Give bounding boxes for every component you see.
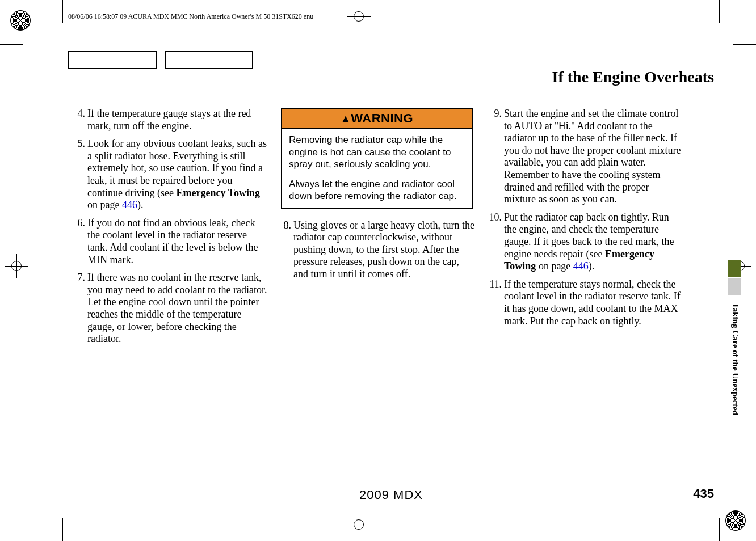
crop-mark-icon <box>733 509 756 509</box>
registration-mark-icon <box>354 519 364 530</box>
page-number: 435 <box>693 487 714 501</box>
header-placeholder-box <box>68 51 157 69</box>
step-7: 7. If there was no coolant in the reserv… <box>73 272 269 345</box>
warning-text: Removing the radiator cap while the engi… <box>289 134 465 170</box>
step-text: Put the radiator cap back on tightly. Ru… <box>504 212 681 273</box>
step-number: 6. <box>73 217 87 266</box>
warning-body: Removing the radiator cap while the engi… <box>282 128 472 208</box>
step-number: 9. <box>485 108 504 206</box>
step-text: Start the engine and set the climate con… <box>504 108 681 206</box>
step-6: 6. If you do not find an obvious leak, c… <box>73 217 269 266</box>
page-link[interactable]: 446 <box>122 199 137 210</box>
step-text: If there was no coolant in the reserve t… <box>87 272 269 345</box>
section-tab <box>728 260 741 277</box>
page-frame: If the Engine Overheats 4. If the temper… <box>68 51 714 501</box>
step-11: 11. If the temperature stays normal, che… <box>485 278 681 327</box>
step-8: 8. Using gloves or a large heavy cloth, … <box>279 219 475 281</box>
page-link[interactable]: 446 <box>573 260 589 272</box>
crop-mark-icon <box>62 0 63 23</box>
header-placeholder-box <box>165 51 253 69</box>
step-number: 10. <box>485 212 504 273</box>
section-tab-shadow <box>728 278 741 295</box>
content-columns: 4. If the temperature gauge stays at the… <box>68 108 714 434</box>
crop-mark-icon <box>0 44 23 45</box>
crop-mark-icon <box>733 44 756 45</box>
column-2: ▲WARNING Removing the radiator cap while… <box>274 108 480 434</box>
step-number: 4. <box>73 108 87 132</box>
step-text: Look for any obvious coolant leaks, such… <box>87 138 269 212</box>
crop-mark-icon <box>0 509 23 509</box>
title-rule <box>68 91 714 91</box>
column-3: 9. Start the engine and set the climate … <box>480 108 686 434</box>
step-text: Using gloves or a large heavy cloth, tur… <box>293 219 475 281</box>
header-meta: 08/06/06 16:58:07 09 ACURA MDX MMC North… <box>68 12 313 21</box>
warning-heading: ▲WARNING <box>282 109 472 128</box>
registration-mark-icon <box>11 261 22 271</box>
section-side-label: Taking Care of the Unexpected <box>729 303 740 415</box>
registration-mark-icon <box>354 11 364 22</box>
step-number: 8. <box>279 219 293 281</box>
step-9: 9. Start the engine and set the climate … <box>485 108 681 206</box>
step-number: 7. <box>73 272 87 345</box>
step-10: 10. Put the radiator cap back on tightly… <box>485 212 681 273</box>
crop-mark-icon <box>62 518 63 541</box>
warning-text: Always let the engine and radiator cool … <box>289 178 465 202</box>
step-number: 11. <box>485 278 504 327</box>
printer-mark-icon <box>725 510 746 531</box>
step-4: 4. If the temperature gauge stays at the… <box>73 108 269 132</box>
step-text: If you do not find an obvious leak, chec… <box>87 217 269 266</box>
step-text: If the temperature gauge stays at the re… <box>87 108 269 132</box>
step-text: If the temperature stays normal, check t… <box>504 278 681 327</box>
step-5: 5. Look for any obvious coolant leaks, s… <box>73 138 269 212</box>
column-1: 4. If the temperature gauge stays at the… <box>68 108 274 434</box>
printer-mark-icon <box>10 10 31 31</box>
footer-model: 2009 MDX <box>359 488 423 502</box>
header-box-row <box>68 51 253 69</box>
warning-box: ▲WARNING Removing the radiator cap while… <box>281 108 473 209</box>
crop-mark-icon <box>719 0 720 23</box>
step-number: 5. <box>73 138 87 212</box>
page-title: If the Engine Overheats <box>552 68 714 86</box>
warning-triangle-icon: ▲ <box>341 113 351 124</box>
crop-mark-icon <box>719 518 720 541</box>
